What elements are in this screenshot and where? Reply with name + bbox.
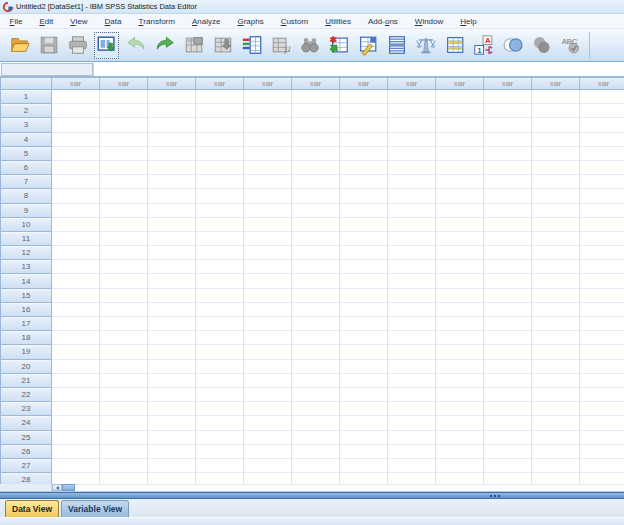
grid-cell[interactable] [532,90,580,104]
row-header[interactable]: 6 [0,161,52,175]
grid-cell[interactable] [484,303,532,317]
grid-cell[interactable] [436,431,484,445]
grid-cell[interactable] [484,416,532,430]
menu-custom[interactable]: Custom [272,14,317,28]
grid-cell[interactable] [100,360,148,374]
grid-cell[interactable] [100,416,148,430]
row-header[interactable]: 20 [0,360,52,374]
row-header[interactable]: 8 [0,189,52,203]
grid-cell[interactable] [388,90,436,104]
grid-cell[interactable] [244,402,292,416]
row-header[interactable]: 12 [0,246,52,260]
grid-cell[interactable] [52,175,100,189]
grid-cell[interactable] [532,473,580,484]
grid-cell[interactable] [196,431,244,445]
grid-cell[interactable] [148,189,196,203]
grid-cell[interactable] [100,246,148,260]
grid-cell[interactable] [100,374,148,388]
row-header[interactable]: 28 [0,473,52,484]
grid-cell[interactable] [580,204,624,218]
grid-cell[interactable] [340,189,388,203]
grid-cell[interactable] [532,104,580,118]
grid-cell[interactable] [388,246,436,260]
grid-cell[interactable] [388,218,436,232]
grid-cell[interactable] [52,204,100,218]
column-header[interactable]: var [292,77,340,90]
grid-cell[interactable] [580,90,624,104]
grid-cell[interactable] [244,133,292,147]
toolbar-split-file-button[interactable] [384,32,409,59]
row-header[interactable]: 10 [0,218,52,232]
grid-cell[interactable] [52,317,100,331]
menu-utilities[interactable]: Utilities [317,14,360,28]
row-header[interactable]: 24 [0,416,52,430]
grid-cell[interactable] [436,161,484,175]
column-header[interactable]: var [580,77,624,90]
grid-cell[interactable] [340,90,388,104]
grid-cell[interactable] [388,274,436,288]
grid-cell[interactable] [580,345,624,359]
grid-cell[interactable] [196,204,244,218]
menu-edit[interactable]: Edit [31,14,62,28]
column-header[interactable]: var [484,77,532,90]
grid-cell[interactable] [292,189,340,203]
grid-cell[interactable] [580,147,624,161]
grid-cell[interactable] [52,289,100,303]
grid-cell[interactable] [580,416,624,430]
grid-cell[interactable] [388,416,436,430]
grid-cell[interactable] [100,431,148,445]
grid-cell[interactable] [148,303,196,317]
row-header[interactable]: 2 [0,104,52,118]
grid-cell[interactable] [148,317,196,331]
grid-cell[interactable] [532,118,580,132]
grid-cell[interactable] [340,374,388,388]
grid-cell[interactable] [292,246,340,260]
grid-cell[interactable] [484,402,532,416]
grid-cell[interactable] [244,345,292,359]
grid-cell[interactable] [484,260,532,274]
grid-cell[interactable] [388,204,436,218]
grid-cell[interactable] [100,274,148,288]
grid-cell[interactable] [388,147,436,161]
grid-cell[interactable] [148,118,196,132]
grid-cell[interactable] [436,459,484,473]
grid-cell[interactable] [244,445,292,459]
grid-cell[interactable] [340,246,388,260]
grid-cell[interactable] [52,104,100,118]
grid-cell[interactable] [532,374,580,388]
grid-cell[interactable] [436,175,484,189]
grid-cell[interactable] [292,431,340,445]
grid-cell[interactable] [52,118,100,132]
grid-cell[interactable] [580,459,624,473]
toolbar-spell-check-button[interactable]: ABC [558,32,583,59]
grid-cell[interactable] [340,104,388,118]
grid-cell[interactable] [340,260,388,274]
grid-cell[interactable] [100,445,148,459]
grid-cell[interactable] [340,360,388,374]
grid-cell[interactable] [292,459,340,473]
grid-cell[interactable] [100,289,148,303]
grid-cell[interactable] [388,189,436,203]
grid-cell[interactable] [52,416,100,430]
grid-cell[interactable] [196,232,244,246]
grid-cell[interactable] [484,274,532,288]
grid-cell[interactable] [340,459,388,473]
scrollbar-thumb[interactable] [62,484,75,491]
grid-cell[interactable] [148,331,196,345]
grid-cell[interactable] [484,104,532,118]
grid-cell[interactable] [436,204,484,218]
grid-cell[interactable] [532,445,580,459]
grid-corner-cell[interactable] [0,77,52,90]
grid-cell[interactable] [196,331,244,345]
grid-cell[interactable] [100,345,148,359]
grid-cell[interactable] [532,189,580,203]
row-header[interactable]: 21 [0,374,52,388]
grid-cell[interactable] [340,161,388,175]
grid-cell[interactable] [244,317,292,331]
grid-cell[interactable] [100,402,148,416]
row-header[interactable]: 4 [0,133,52,147]
grid-cell[interactable] [148,274,196,288]
grid-cell[interactable] [100,118,148,132]
grid-cell[interactable] [484,189,532,203]
toolbar-go-to-case-button[interactable] [181,32,206,59]
